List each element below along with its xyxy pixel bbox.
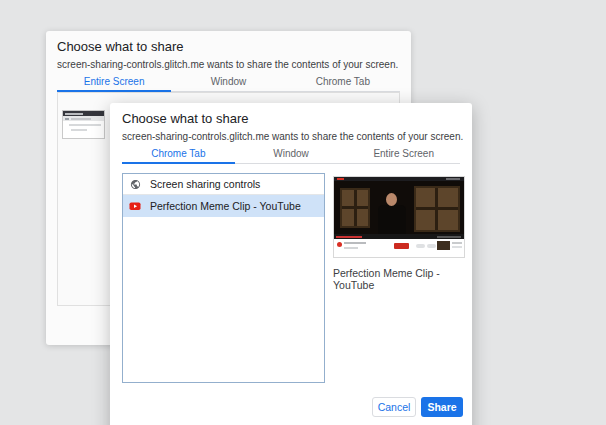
tab-entire-screen[interactable]: Entire Screen — [57, 72, 171, 91]
tab-list-item-screen-sharing-controls[interactable]: Screen sharing controls — [123, 174, 324, 195]
tab-preview-image — [333, 176, 465, 258]
cancel-button[interactable]: Cancel — [372, 397, 416, 417]
preview-caption: Perfection Meme Clip - YouTube — [333, 267, 465, 291]
globe-icon — [129, 178, 141, 190]
share-source-tabs: Entire Screen Window Chrome Tab — [57, 72, 400, 92]
tab-title: Perfection Meme Clip - YouTube — [150, 200, 301, 212]
tab-chrome-tab[interactable]: Chrome Tab — [286, 72, 400, 91]
share-dialog-front: Choose what to share screen-sharing-cont… — [110, 103, 472, 425]
chrome-tab-list: Screen sharing controls Perfection Meme … — [122, 173, 325, 383]
tab-chrome-tab[interactable]: Chrome Tab — [122, 144, 235, 163]
tab-window[interactable]: Window — [235, 144, 348, 163]
tab-list-item-perfection-meme-clip[interactable]: Perfection Meme Clip - YouTube — [123, 195, 324, 217]
video-info-strip — [334, 239, 464, 257]
video-player-area — [334, 181, 464, 234]
tab-title: Screen sharing controls — [150, 178, 260, 190]
tab-entire-screen[interactable]: Entire Screen — [347, 144, 460, 163]
mini-text-line — [71, 129, 87, 131]
screen: Choose what to share screen-sharing-cont… — [0, 0, 606, 425]
selected-tab-preview: Perfection Meme Clip - YouTube — [333, 176, 465, 291]
youtube-icon — [129, 200, 141, 212]
dialog-footer: Cancel Share — [372, 397, 463, 417]
mini-text-line — [69, 124, 101, 126]
dialog-subtitle: screen-sharing-controls.glitch.me wants … — [122, 131, 463, 142]
share-source-tabs: Chrome Tab Window Entire Screen — [122, 144, 460, 164]
screen-preview-thumbnail[interactable] — [62, 110, 105, 139]
share-button[interactable]: Share — [421, 397, 463, 417]
tab-window[interactable]: Window — [171, 72, 285, 91]
mini-browser-toolbar — [63, 116, 104, 121]
dialog-title: Choose what to share — [122, 111, 248, 126]
dialog-subtitle: screen-sharing-controls.glitch.me wants … — [57, 59, 398, 70]
dialog-title: Choose what to share — [57, 39, 183, 54]
